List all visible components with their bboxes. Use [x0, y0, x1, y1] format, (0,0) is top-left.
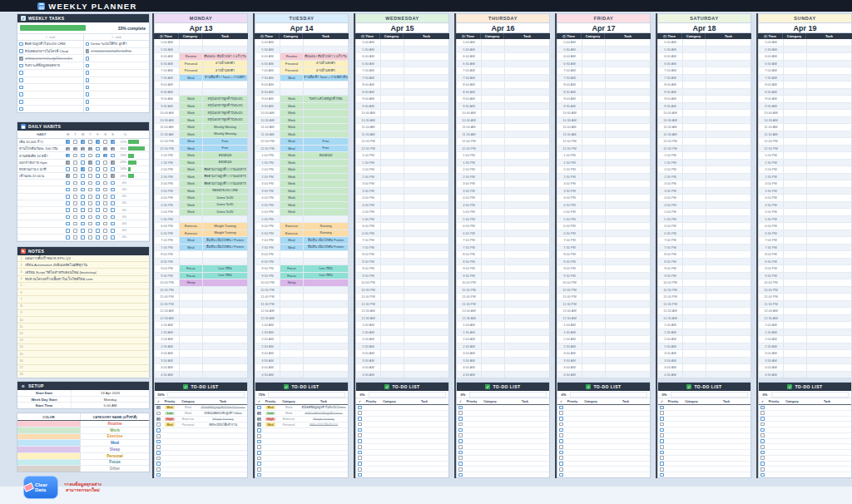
slot-task-cell[interactable]: [505, 209, 549, 215]
slot-task-cell[interactable]: ทานมื้อเช้า Toast + กาแฟดำเย็น: [304, 75, 348, 82]
todo-category-cell[interactable]: Work: [177, 412, 199, 415]
todo-category-cell[interactable]: Personal: [177, 423, 199, 427]
slot-category-cell[interactable]: [683, 152, 706, 159]
slot-task-cell[interactable]: [404, 301, 448, 308]
slot-task-cell[interactable]: [606, 216, 650, 223]
slot-task-cell[interactable]: [404, 47, 448, 53]
slot-category-cell[interactable]: [482, 287, 505, 294]
task-checkbox[interactable]: [19, 42, 23, 47]
slot-task-cell[interactable]: [505, 160, 549, 166]
slot-task-cell[interactable]: [606, 329, 650, 336]
task-checkbox[interactable]: [19, 100, 23, 104]
slot-task-cell[interactable]: [606, 103, 650, 110]
task-checkbox[interactable]: [86, 100, 90, 104]
slot-category-cell[interactable]: [784, 343, 807, 350]
slot-category-cell[interactable]: [180, 322, 203, 329]
slot-task-cell[interactable]: [505, 152, 549, 159]
habit-checkbox[interactable]: [111, 154, 115, 158]
slot-category-cell[interactable]: [482, 350, 505, 357]
todo-checkbox[interactable]: [559, 411, 563, 415]
habit-checkbox[interactable]: [96, 167, 100, 171]
slot-category-cell[interactable]: [280, 350, 304, 357]
habit-checkbox[interactable]: [81, 229, 85, 233]
slot-category-cell[interactable]: Focus: [180, 265, 203, 272]
habit-checkbox[interactable]: [111, 140, 115, 144]
habit-checkbox[interactable]: [81, 222, 85, 226]
habit-checkbox[interactable]: [96, 235, 100, 240]
slot-task-cell[interactable]: [304, 166, 348, 173]
slot-task-cell[interactable]: [706, 223, 750, 230]
slot-task-cell[interactable]: [404, 279, 448, 286]
habit-checkbox[interactable]: [73, 235, 77, 240]
slot-task-cell[interactable]: [807, 152, 851, 159]
slot-category-cell[interactable]: [381, 174, 404, 180]
todo-category-cell[interactable]: Personal: [278, 423, 300, 427]
todo-priority-cell[interactable]: Med: [263, 422, 278, 427]
slot-category-cell[interactable]: Work: [180, 174, 203, 180]
habit-checkbox[interactable]: [103, 229, 107, 233]
slot-task-cell[interactable]: [606, 96, 650, 102]
slot-category-cell[interactable]: [582, 364, 606, 371]
slot-task-cell[interactable]: [606, 117, 650, 124]
slot-category-cell[interactable]: [683, 273, 706, 279]
slot-category-cell[interactable]: [582, 372, 606, 378]
task-checkbox[interactable]: [19, 57, 23, 61]
todo-task-cell[interactable]: ส่งอีเมลตอบกลับลูกค้า Inbox: [300, 411, 348, 416]
slot-task-cell[interactable]: [505, 138, 549, 145]
habit-checkbox[interactable]: [73, 188, 77, 192]
slot-task-cell[interactable]: [606, 89, 650, 96]
slot-task-cell[interactable]: [505, 364, 549, 371]
slot-category-cell[interactable]: [784, 103, 807, 110]
slot-category-cell[interactable]: [180, 216, 203, 223]
slot-category-cell[interactable]: Meal: [280, 146, 304, 152]
slot-category-cell[interactable]: Work: [280, 180, 304, 187]
todo-checkbox[interactable]: [660, 422, 664, 427]
slot-category-cell[interactable]: [280, 259, 304, 265]
slot-category-cell[interactable]: [784, 146, 807, 152]
slot-category-cell[interactable]: [582, 188, 606, 195]
task-checkbox[interactable]: [19, 64, 23, 68]
habit-checkbox[interactable]: [66, 195, 70, 199]
todo-checkbox[interactable]: [358, 411, 362, 415]
slot-task-cell[interactable]: [505, 223, 549, 230]
task-checkbox[interactable]: [86, 86, 90, 90]
note-text[interactable]: ทบทวนโครงสร้างเนื้อหาในเว็บไซต์ใหม่.com: [25, 276, 93, 282]
habit-name[interactable]: ทบทวนงาน 5 นาที: [17, 166, 64, 172]
slot-category-cell[interactable]: [280, 216, 304, 223]
slot-category-cell[interactable]: [280, 47, 304, 53]
habit-checkbox[interactable]: [103, 215, 107, 220]
todo-category-cell[interactable]: Work: [278, 412, 300, 415]
slot-category-cell[interactable]: [180, 251, 203, 258]
slot-task-cell[interactable]: [807, 110, 851, 116]
setup-value[interactable]: 13 Apr 2026: [72, 390, 149, 396]
todo-checkbox[interactable]: [760, 467, 765, 472]
slot-category-cell[interactable]: [582, 124, 606, 131]
slot-category-cell[interactable]: [381, 138, 404, 145]
task-checkbox[interactable]: [86, 49, 90, 53]
slot-category-cell[interactable]: [784, 372, 807, 378]
slot-task-cell[interactable]: มื้อเย็น เน้นโปรตีน / Protein: [203, 245, 247, 251]
habit-checkbox[interactable]: [81, 201, 85, 205]
slot-category-cell[interactable]: [784, 265, 807, 272]
clear-data-button[interactable]: Clear Data: [23, 476, 58, 499]
slot-task-cell[interactable]: [304, 364, 348, 371]
slot-category-cell[interactable]: [784, 230, 807, 237]
slot-task-cell[interactable]: [807, 372, 851, 378]
habit-checkbox[interactable]: [66, 201, 70, 205]
slot-category-cell[interactable]: [784, 279, 807, 286]
slot-task-cell[interactable]: ติดตามงานลูกค้า / งานเอกสาร: [203, 180, 247, 187]
slot-category-cell[interactable]: [683, 61, 706, 67]
slot-category-cell[interactable]: [482, 166, 505, 173]
habit-checkbox[interactable]: [111, 195, 115, 199]
slot-task-cell[interactable]: Weight Training: [203, 230, 247, 237]
slot-category-cell[interactable]: [582, 174, 606, 180]
slot-task-cell[interactable]: อาบน้ำแต่งตัว: [203, 67, 247, 74]
slot-task-cell[interactable]: [807, 47, 851, 53]
todo-checkbox[interactable]: [458, 428, 463, 432]
slot-task-cell[interactable]: [807, 53, 851, 60]
slot-task-cell[interactable]: [706, 336, 750, 343]
todo-checkbox[interactable]: [559, 451, 563, 455]
slot-task-cell[interactable]: [505, 124, 549, 131]
todo-checkbox[interactable]: [257, 467, 261, 472]
todo-checkbox[interactable]: [559, 456, 563, 460]
